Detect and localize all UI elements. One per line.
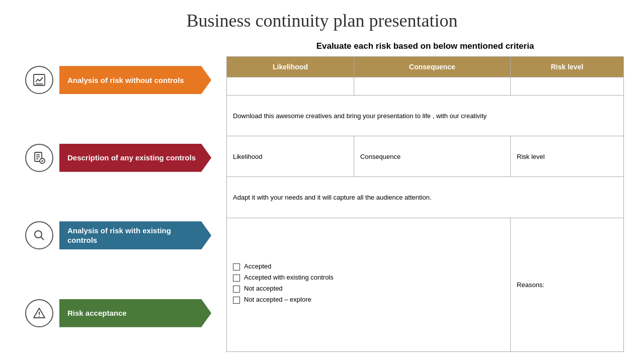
label-arrow-2: Description of any existing controls bbox=[59, 144, 211, 172]
table-empty-row bbox=[227, 77, 624, 96]
document-icon bbox=[32, 151, 46, 165]
empty-cell-2 bbox=[354, 77, 510, 96]
list-item-not-accepted: Not accepted bbox=[233, 285, 504, 293]
label-arrow-1: Analysis of risk without controls bbox=[59, 66, 211, 94]
content-area: Analysis of risk without controls bbox=[20, 41, 624, 352]
list-item-not-accepted-explore: Not accepted – explore bbox=[233, 296, 504, 304]
acceptance-text-2: Accepted with existing controls bbox=[244, 274, 334, 281]
acceptance-list: Accepted Accepted with existing controls… bbox=[233, 262, 504, 304]
adapt-row: Adapt it with your needs and it will cap… bbox=[227, 177, 624, 218]
sub-header-likelihood: Likelihood bbox=[227, 136, 354, 177]
reasons-label: Reasons: bbox=[517, 281, 544, 289]
label-text-1: Analysis of risk without controls bbox=[67, 75, 184, 85]
col-header-risk-level: Risk level bbox=[511, 57, 624, 77]
icon-circle-chart bbox=[25, 66, 53, 94]
empty-cell-3 bbox=[511, 77, 624, 96]
acceptance-text-3: Not accepted bbox=[244, 285, 283, 292]
col-header-consequence: Consequence bbox=[354, 57, 510, 77]
reasons-cell: Reasons: bbox=[511, 218, 624, 351]
acceptance-cell: Accepted Accepted with existing controls… bbox=[227, 218, 511, 351]
promo-text: Download this awesome creatives and brin… bbox=[227, 96, 624, 136]
label-arrow-4: Risk acceptance bbox=[59, 299, 211, 327]
left-panel: Analysis of risk without controls bbox=[20, 41, 216, 352]
sub-header-consequence: Consequence bbox=[354, 136, 510, 177]
label-arrow-3: Analysis of risk with existing controls bbox=[59, 221, 211, 249]
sub-header-risk-level: Risk level bbox=[511, 136, 624, 177]
list-item-accepted-controls: Accepted with existing controls bbox=[233, 274, 504, 282]
label-text-3: Analysis of risk with existing controls bbox=[67, 226, 196, 245]
empty-cell-1 bbox=[227, 77, 354, 96]
icon-circle-document bbox=[25, 144, 53, 172]
checkbox-not-accepted-explore bbox=[233, 297, 240, 304]
label-body-3: Analysis of risk with existing controls bbox=[59, 221, 211, 249]
left-item-risk-acceptance: Risk acceptance bbox=[25, 299, 211, 327]
right-panel: Evaluate each risk based on below mentio… bbox=[226, 41, 624, 352]
checkbox-not-accepted bbox=[233, 286, 240, 293]
icon-circle-warning bbox=[25, 299, 53, 327]
svg-line-8 bbox=[41, 237, 44, 240]
list-item-accepted: Accepted bbox=[233, 262, 504, 270]
left-item-analysis-with-controls: Analysis of risk with existing controls bbox=[25, 221, 211, 249]
acceptance-row: Accepted Accepted with existing controls… bbox=[227, 218, 624, 351]
label-text-4: Risk acceptance bbox=[67, 308, 127, 318]
checkbox-accepted-controls bbox=[233, 275, 240, 282]
page-title: Business continuity plan presentation bbox=[20, 10, 624, 31]
acceptance-text-1: Accepted bbox=[244, 262, 271, 270]
left-item-analysis-no-controls: Analysis of risk without controls bbox=[25, 66, 211, 94]
main-table: Likelihood Consequence Risk level Downlo… bbox=[226, 56, 624, 352]
sub-header-row: Likelihood Consequence Risk level bbox=[227, 136, 624, 177]
col-header-likelihood: Likelihood bbox=[227, 57, 354, 77]
label-body-1: Analysis of risk without controls bbox=[59, 66, 211, 94]
svg-point-7 bbox=[35, 231, 42, 238]
adapt-text: Adapt it with your needs and it will cap… bbox=[227, 177, 624, 218]
left-item-description: Description of any existing controls bbox=[25, 144, 211, 172]
table-header-row: Likelihood Consequence Risk level bbox=[227, 57, 624, 77]
chart-icon bbox=[32, 73, 46, 87]
checkbox-accepted bbox=[233, 263, 240, 270]
icon-circle-search bbox=[25, 221, 53, 249]
criteria-title: Evaluate each risk based on below mentio… bbox=[226, 41, 624, 51]
label-text-2: Description of any existing controls bbox=[67, 153, 196, 163]
warning-icon bbox=[32, 306, 46, 320]
label-body-4: Risk acceptance bbox=[59, 299, 211, 327]
acceptance-text-4: Not accepted – explore bbox=[244, 296, 311, 303]
svg-point-10 bbox=[39, 316, 40, 317]
search-icon bbox=[32, 228, 46, 242]
page: Business continuity plan presentation An… bbox=[0, 0, 644, 362]
promo-row: Download this awesome creatives and brin… bbox=[227, 96, 624, 136]
label-body-2: Description of any existing controls bbox=[59, 144, 211, 172]
